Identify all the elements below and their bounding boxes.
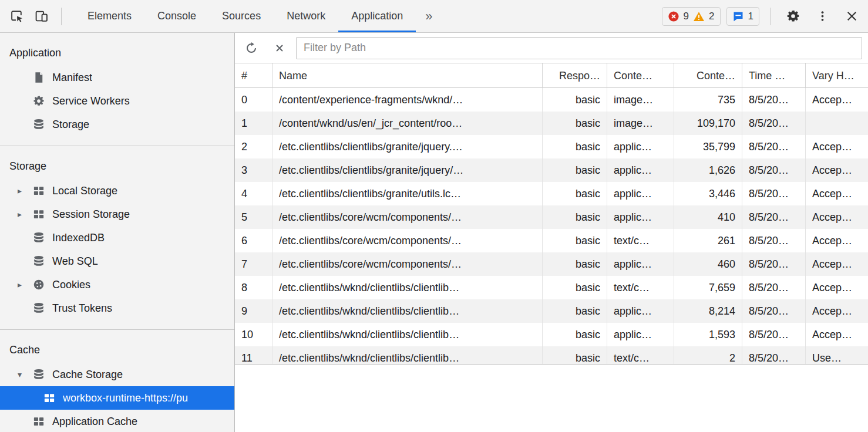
cell-vary_header: Accep… xyxy=(806,158,868,182)
table-body: 0/content/experience-fragments/wknd/…bas… xyxy=(235,88,868,364)
chevron-right-icon[interactable]: ▸ xyxy=(18,281,33,289)
chevron-down-icon[interactable]: ▾ xyxy=(18,370,33,379)
sidebar-item-cookies[interactable]: ▸Cookies xyxy=(0,273,234,296)
cache-entry-row[interactable]: 3/etc.clientlibs/clientlibs/granite/jque… xyxy=(235,158,868,182)
cell-index: 9 xyxy=(235,299,272,323)
column-header-response_type[interactable]: Respo… xyxy=(543,63,607,88)
settings-gear-icon[interactable] xyxy=(781,5,805,28)
table-icon xyxy=(33,185,45,197)
cache-entry-row[interactable]: 2/etc.clientlibs/clientlibs/granite/jque… xyxy=(235,135,868,158)
cell-content_length: 109,170 xyxy=(674,112,742,135)
table-icon xyxy=(33,208,45,220)
sidebar-item-workbox-runtime-https-pu[interactable]: workbox-runtime-https://pu xyxy=(0,386,234,410)
cache-entry-row[interactable]: 10/etc.clientlibs/wknd/clientlibs/client… xyxy=(235,323,868,346)
sidebar-item-label: Storage xyxy=(52,119,89,131)
cell-time_cached: 8/5/20… xyxy=(742,346,806,364)
cache-entry-row[interactable]: 1/content/wknd/us/en/_jcr_content/roo…ba… xyxy=(235,112,868,135)
sidebar-item-indexeddb[interactable]: IndexedDB xyxy=(0,226,234,249)
inspect-element-icon[interactable] xyxy=(5,5,28,28)
cell-content_type: applic… xyxy=(607,205,674,229)
chevron-right-icon[interactable]: ▸ xyxy=(18,187,33,195)
cell-name: /etc.clientlibs/core/wcm/components/… xyxy=(272,205,543,229)
cell-time_cached: 8/5/20… xyxy=(742,276,806,299)
cell-name: /content/experience-fragments/wknd/… xyxy=(272,88,543,112)
errors-warnings-badge[interactable]: 9 2 xyxy=(662,7,721,26)
cell-name: /etc.clientlibs/core/wcm/components/… xyxy=(272,252,543,276)
sidebar-item-web-sql[interactable]: Web SQL xyxy=(0,249,234,273)
cache-entry-row[interactable]: 4/etc.clientlibs/clientlibs/granite/util… xyxy=(235,182,868,205)
column-header-vary_header[interactable]: Vary H… xyxy=(806,63,868,88)
cell-index: 7 xyxy=(235,252,272,276)
cache-entry-row[interactable]: 6/etc.clientlibs/core/wcm/components/…ba… xyxy=(235,229,868,252)
toolbar-divider xyxy=(770,8,771,25)
sidebar-item-label: Web SQL xyxy=(52,255,98,268)
sidebar-item-session-storage[interactable]: ▸Session Storage xyxy=(0,203,234,226)
cell-content_length: 2 xyxy=(674,346,742,364)
panel-tabs: ElementsConsoleSourcesNetworkApplication xyxy=(75,0,416,32)
cell-time_cached: 8/5/20… xyxy=(742,182,806,205)
cache-entry-row[interactable]: 8/etc.clientlibs/wknd/clientlibs/clientl… xyxy=(235,276,868,299)
sidebar-section-title: Cache xyxy=(0,337,234,363)
cell-content_length: 261 xyxy=(674,229,742,252)
issues-badge[interactable]: 1 xyxy=(726,7,759,26)
cell-index: 0 xyxy=(235,88,272,112)
cell-index: 10 xyxy=(235,323,272,346)
tab-network[interactable]: Network xyxy=(274,0,338,32)
cell-time_cached: 8/5/20… xyxy=(742,88,806,112)
sidebar-item-label: workbox-runtime-https://pu xyxy=(63,392,188,404)
cell-vary_header: Accep… xyxy=(806,299,868,323)
preview-pane xyxy=(235,364,868,432)
cell-content_type: applic… xyxy=(607,323,674,346)
column-header-content_type[interactable]: Conte… xyxy=(607,63,674,88)
chevron-right-icon[interactable]: ▸ xyxy=(18,210,33,218)
sidebar-section-title: Storage xyxy=(0,153,234,179)
database-icon xyxy=(33,232,45,244)
cell-time_cached: 8/5/20… xyxy=(742,135,806,158)
sidebar-item-manifest[interactable]: Manifest xyxy=(0,66,234,89)
sidebar-item-trust-tokens[interactable]: Trust Tokens xyxy=(0,296,234,320)
cell-content_type: applic… xyxy=(607,252,674,276)
sidebar-item-cache-storage[interactable]: ▾Cache Storage xyxy=(0,363,234,386)
devtools-body: ApplicationManifestService WorkersStorag… xyxy=(0,33,868,432)
sidebar-item-storage[interactable]: Storage xyxy=(0,113,234,136)
cell-time_cached: 8/5/20… xyxy=(742,158,806,182)
column-header-name[interactable]: Name xyxy=(272,63,543,88)
tab-elements[interactable]: Elements xyxy=(75,0,144,32)
tab-console[interactable]: Console xyxy=(144,0,209,32)
cache-entry-row[interactable]: 0/content/experience-fragments/wknd/…bas… xyxy=(235,88,868,112)
issues-icon xyxy=(732,11,744,22)
sidebar-item-label: Service Workers xyxy=(52,95,130,107)
sidebar-item-service-workers[interactable]: Service Workers xyxy=(0,89,234,113)
cache-entry-row[interactable]: 7/etc.clientlibs/core/wcm/components/…ba… xyxy=(235,252,868,276)
refresh-icon[interactable] xyxy=(240,36,263,60)
column-header-content_length[interactable]: Conte… xyxy=(674,63,742,88)
more-tabs-button[interactable]: » xyxy=(416,0,442,32)
filter-by-path-input[interactable] xyxy=(296,37,862,59)
cell-content_type: text/c… xyxy=(607,276,674,299)
warning-icon xyxy=(693,11,705,22)
application-sidebar: ApplicationManifestService WorkersStorag… xyxy=(0,33,235,432)
cache-entry-row[interactable]: 9/etc.clientlibs/wknd/clientlibs/clientl… xyxy=(235,299,868,323)
close-devtools-icon[interactable] xyxy=(840,5,863,28)
cell-name: /etc.clientlibs/clientlibs/granite/utils… xyxy=(272,182,543,205)
sidebar-item-application-cache[interactable]: Application Cache xyxy=(0,410,234,432)
column-header-time_cached[interactable]: Time … xyxy=(742,63,806,88)
document-icon xyxy=(33,72,45,83)
cache-entry-row[interactable]: 5/etc.clientlibs/core/wcm/components/…ba… xyxy=(235,205,868,229)
tab-sources[interactable]: Sources xyxy=(209,0,274,32)
toggle-device-toolbar-icon[interactable] xyxy=(29,5,53,28)
cache-entry-row[interactable]: 11/etc.clientlibs/wknd/clientlibs/client… xyxy=(235,346,868,364)
sidebar-item-local-storage[interactable]: ▸Local Storage xyxy=(0,179,234,203)
delete-selected-icon[interactable] xyxy=(268,36,291,60)
sidebar-item-label: IndexedDB xyxy=(52,232,105,244)
sidebar-section-title: Application xyxy=(0,40,234,66)
error-icon xyxy=(668,11,679,22)
column-header-index[interactable]: # xyxy=(235,63,272,88)
cell-name: /etc.clientlibs/clientlibs/granite/jquer… xyxy=(272,135,543,158)
tab-application[interactable]: Application xyxy=(338,0,416,32)
cache-toolbar xyxy=(235,33,868,63)
cell-index: 11 xyxy=(235,346,272,364)
cell-vary_header: Accep… xyxy=(806,276,868,299)
kebab-menu-icon[interactable] xyxy=(810,5,834,28)
cache-storage-panel: #NameRespo…Conte…Conte…Time …Vary H… 0/c… xyxy=(235,33,868,432)
